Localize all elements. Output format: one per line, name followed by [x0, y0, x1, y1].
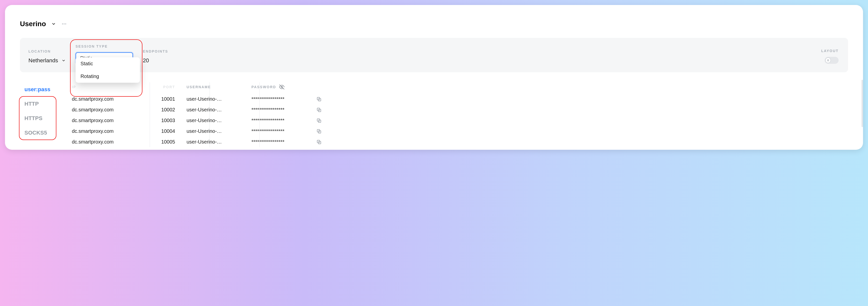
sidebar-item-socks5[interactable]: SOCKS5 [20, 126, 70, 140]
copy-icon[interactable] [316, 129, 336, 134]
location-value: Netherlands [28, 57, 58, 64]
cell-port: 10004 [147, 128, 177, 134]
endpoints-field: ENDPOINTS 20 [143, 49, 168, 64]
table-row: dc.smartproxy.com10004user-Userino-…****… [70, 126, 848, 137]
session-field: SESSION TYPE Static Static Rotating [75, 44, 133, 64]
eye-off-icon[interactable] [279, 84, 285, 90]
scrollbar[interactable] [862, 80, 863, 127]
chevron-down-icon [62, 59, 66, 63]
session-label: SESSION TYPE [75, 44, 133, 48]
cell-password: ***************** [251, 117, 306, 123]
cell-host: dc.smartproxy.com [72, 139, 137, 145]
col-port: PORT [147, 85, 177, 89]
endpoints-label: ENDPOINTS [143, 49, 168, 53]
copy-icon[interactable] [316, 118, 336, 123]
more-icon[interactable] [61, 21, 67, 27]
table-header: IP PORT USERNAME PASSWORD [70, 82, 848, 94]
cell-port: 10002 [147, 107, 177, 113]
header: Userino [20, 20, 848, 28]
auth-sidebar: user:pass HTTP HTTPS SOCKS5 [20, 82, 70, 147]
cell-host: dc.smartproxy.com [72, 117, 137, 123]
page-title: Userino [20, 20, 46, 28]
table-row: dc.smartproxy.com10003user-Userino-…****… [70, 115, 848, 126]
cell-host: dc.smartproxy.com [72, 128, 137, 134]
col-password: PASSWORD [251, 84, 306, 90]
table-row: dc.smartproxy.com10001user-Userino-…****… [70, 94, 848, 104]
sidebar-item-https[interactable]: HTTPS [20, 111, 70, 126]
copy-icon[interactable] [316, 96, 336, 102]
copy-icon[interactable] [316, 139, 336, 145]
content: user:pass HTTP HTTPS SOCKS5 IP PORT USER… [20, 82, 848, 147]
cell-host: dc.smartproxy.com [72, 96, 137, 102]
session-option-rotating[interactable]: Rotating [75, 70, 140, 83]
layout-label: LAYOUT [822, 49, 839, 53]
table-row: dc.smartproxy.com10005user-Userino-…****… [70, 137, 848, 147]
cell-host: dc.smartproxy.com [72, 107, 137, 113]
app-card: Userino LOCATION Netherlands SESSION TYP… [5, 5, 863, 150]
session-dropdown: Static Rotating [75, 57, 140, 83]
copy-icon[interactable] [316, 107, 336, 113]
cell-port: 10001 [147, 96, 177, 102]
col-username: USERNAME [187, 85, 242, 89]
location-select[interactable]: Netherlands [28, 57, 66, 64]
svg-point-1 [64, 24, 65, 25]
table-row: dc.smartproxy.com10002user-Userino-…****… [70, 104, 848, 115]
cell-username: user-Userino-… [187, 107, 242, 113]
svg-point-2 [65, 24, 66, 25]
cell-username: user-Userino-… [187, 117, 242, 123]
cell-username: user-Userino-… [187, 128, 242, 134]
layout-toggle-knob [825, 58, 831, 63]
svg-point-0 [62, 24, 63, 25]
cell-password: ***************** [251, 139, 306, 145]
endpoints-value: 20 [143, 57, 168, 64]
col-ip: IP [72, 85, 137, 89]
cell-password: ***************** [251, 107, 306, 113]
layout-toggle[interactable] [825, 57, 839, 64]
location-label: LOCATION [28, 49, 66, 53]
cell-username: user-Userino-… [187, 96, 242, 102]
endpoints-table: IP PORT USERNAME PASSWORD dc.smartproxy.… [70, 82, 848, 147]
title-chevron-icon[interactable] [51, 22, 56, 26]
layout-field: LAYOUT [822, 49, 839, 64]
cell-password: ***************** [251, 128, 306, 134]
location-field: LOCATION Netherlands [28, 49, 66, 64]
cell-port: 10005 [147, 139, 177, 145]
cell-port: 10003 [147, 117, 177, 123]
svg-line-6 [280, 85, 284, 89]
sidebar-item-http[interactable]: HTTP [20, 97, 70, 111]
session-option-static[interactable]: Static [75, 57, 140, 70]
cell-username: user-Userino-… [187, 139, 242, 145]
sidebar-item-userpass[interactable]: user:pass [20, 82, 70, 97]
filter-bar: LOCATION Netherlands SESSION TYPE Static… [20, 38, 848, 72]
cell-password: ***************** [251, 96, 306, 102]
